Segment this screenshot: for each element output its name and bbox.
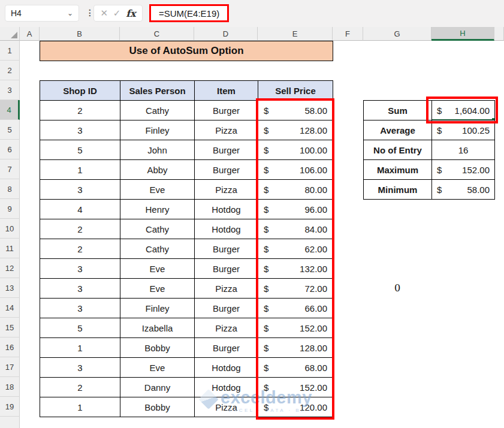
row-header-13[interactable]: 13 — [0, 278, 20, 298]
item-cell[interactable]: Hotdog — [195, 200, 258, 219]
shop-id-cell[interactable]: 3 — [40, 259, 120, 279]
maximum-label[interactable]: Maximum — [364, 160, 432, 180]
row-header-3[interactable]: 3 — [0, 80, 20, 100]
row-header-10[interactable]: 10 — [0, 219, 20, 239]
sell-price-cell[interactable]: $128.00 — [258, 120, 333, 140]
shop-id-cell[interactable]: 4 — [40, 200, 120, 219]
sales-person-cell[interactable]: Cathy — [120, 101, 195, 120]
minimum-label[interactable]: Minimum — [364, 180, 432, 200]
row-header-16[interactable]: 16 — [0, 337, 20, 357]
no-of-entry-value-cell[interactable]: 16 — [432, 140, 495, 160]
shop-id-cell[interactable]: 5 — [40, 318, 120, 338]
sales-person-cell[interactable]: Izabella — [120, 318, 195, 338]
item-cell[interactable]: Burger — [195, 259, 258, 279]
select-all-corner[interactable] — [0, 27, 20, 41]
shop-id-cell[interactable]: 1 — [40, 397, 120, 417]
item-cell[interactable]: Pizza — [195, 180, 258, 200]
shop-id-cell[interactable]: 3 — [40, 120, 120, 140]
shop-id-cell[interactable]: 2 — [40, 378, 120, 397]
row-header-4-selected[interactable]: 4 — [0, 100, 20, 120]
row-header-6[interactable]: 6 — [0, 140, 20, 159]
sales-person-cell[interactable]: Eve — [120, 279, 195, 299]
sell-price-cell[interactable]: $128.00 — [258, 338, 333, 358]
column-header-c[interactable]: C — [120, 27, 194, 41]
item-cell[interactable]: Pizza — [195, 120, 258, 140]
sell-price-cell[interactable]: $106.00 — [258, 160, 333, 180]
sales-person-cell[interactable]: Bobby — [120, 397, 195, 417]
item-header[interactable]: Item — [195, 81, 258, 101]
item-cell[interactable]: Burger — [195, 140, 258, 160]
shop-id-cell[interactable]: 3 — [40, 358, 120, 378]
shop-id-cell[interactable]: 1 — [40, 338, 120, 358]
shop-id-cell[interactable]: 3 — [40, 180, 120, 200]
sales-person-cell[interactable]: Danny — [120, 378, 195, 397]
minimum-value-cell[interactable]: $58.00 — [432, 180, 495, 200]
item-cell[interactable]: Burger — [195, 239, 258, 259]
sum-value-cell-h4[interactable]: $1,604.00 — [432, 101, 495, 120]
row-header-15[interactable]: 15 — [0, 318, 20, 337]
name-box[interactable]: H4 ⌄ — [5, 5, 79, 22]
row-header-1[interactable]: 1 — [0, 41, 20, 61]
row-header-14[interactable]: 14 — [0, 298, 20, 318]
sales-person-cell[interactable]: Finley — [120, 120, 195, 140]
fill-handle[interactable] — [492, 118, 495, 120]
sales-person-cell[interactable]: Bobby — [120, 338, 195, 358]
row-header-12[interactable]: 12 — [0, 258, 20, 278]
item-cell[interactable]: Burger — [195, 160, 258, 180]
shop-id-cell[interactable]: 2 — [40, 239, 120, 259]
sales-person-header[interactable]: Sales Person — [120, 81, 195, 101]
sales-person-cell[interactable]: John — [120, 140, 195, 160]
row-header-9[interactable]: 9 — [0, 199, 20, 219]
average-value-cell[interactable]: $100.25 — [432, 120, 495, 140]
chevron-down-icon[interactable]: ⌄ — [67, 9, 73, 17]
cancel-icon[interactable]: ✕ — [100, 8, 108, 19]
column-header-a[interactable]: A — [20, 27, 40, 41]
cell-g13-zero[interactable]: 0 — [363, 278, 431, 298]
sales-person-cell[interactable]: Eve — [120, 180, 195, 200]
sales-person-cell[interactable]: Eve — [120, 259, 195, 279]
sales-person-cell[interactable]: Abby — [120, 160, 195, 180]
shop-id-cell[interactable]: 5 — [40, 140, 120, 160]
row-header-7[interactable]: 7 — [0, 159, 20, 179]
shop-id-cell[interactable]: 3 — [40, 299, 120, 318]
title-banner[interactable]: Use of AutoSum Option — [40, 41, 333, 61]
column-header-h-selected[interactable]: H — [431, 27, 494, 41]
row-header-19[interactable]: 19 — [0, 397, 20, 417]
sell-price-cell[interactable]: $80.00 — [258, 180, 333, 200]
column-header-d[interactable]: D — [194, 27, 258, 41]
sell-price-cell[interactable]: $84.00 — [258, 219, 333, 239]
row-header-5[interactable]: 5 — [0, 120, 20, 140]
column-header-g[interactable]: G — [363, 27, 431, 41]
shop-id-cell[interactable]: 2 — [40, 101, 120, 120]
sell-price-cell[interactable]: $68.00 — [258, 358, 333, 378]
sell-price-cell[interactable]: $96.00 — [258, 200, 333, 219]
sell-price-cell[interactable]: $152.00 — [258, 318, 333, 338]
maximum-value-cell[interactable]: $152.00 — [432, 160, 495, 180]
item-cell[interactable]: Burger — [195, 101, 258, 120]
row-header-2[interactable]: 2 — [0, 61, 20, 80]
column-header-e[interactable]: E — [258, 27, 333, 41]
sell-price-cell[interactable]: $62.00 — [258, 239, 333, 259]
sell-price-header[interactable]: Sell Price — [258, 81, 333, 101]
sell-price-cell[interactable]: $100.00 — [258, 140, 333, 160]
item-cell[interactable]: Pizza — [195, 318, 258, 338]
insert-function-icon[interactable]: fx — [126, 8, 135, 19]
item-cell[interactable]: Burger — [195, 338, 258, 358]
formula-input[interactable]: =SUM(E4:E19) — [149, 4, 229, 22]
item-cell[interactable]: Hotdog — [195, 219, 258, 239]
shop-id-cell[interactable]: 1 — [40, 160, 120, 180]
sell-price-cell[interactable]: $66.00 — [258, 299, 333, 318]
sell-price-cell[interactable]: $72.00 — [258, 279, 333, 299]
column-header-f[interactable]: F — [333, 27, 363, 41]
item-cell[interactable]: Burger — [195, 299, 258, 318]
sales-person-cell[interactable]: Cathy — [120, 239, 195, 259]
item-cell[interactable]: Hotdog — [195, 358, 258, 378]
sell-price-cell[interactable]: $132.00 — [258, 259, 333, 279]
row-header-18[interactable]: 18 — [0, 377, 20, 397]
row-header-8[interactable]: 8 — [0, 179, 20, 199]
row-header-11[interactable]: 11 — [0, 239, 20, 258]
sales-person-cell[interactable]: Eve — [120, 358, 195, 378]
column-header-b[interactable]: B — [40, 27, 120, 41]
no-of-entry-label[interactable]: No of Entry — [364, 140, 432, 160]
shop-id-cell[interactable]: 2 — [40, 219, 120, 239]
